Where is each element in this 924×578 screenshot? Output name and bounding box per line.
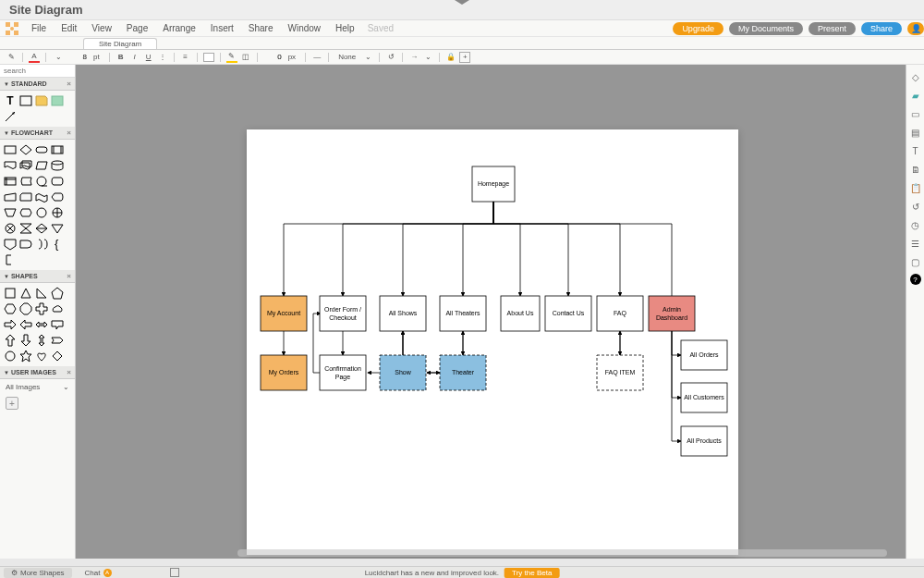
collaborators-icon[interactable]: 👤: [907, 22, 924, 35]
close-icon[interactable]: ×: [67, 129, 71, 137]
help-icon[interactable]: ?: [910, 274, 921, 285]
line-end-caret[interactable]: ⌄: [362, 52, 373, 63]
node-contact-us[interactable]: Contact Us: [545, 296, 591, 331]
clipboard-icon[interactable]: 📋: [909, 181, 922, 194]
tab-sitediagram[interactable]: Site Diagram: [83, 38, 157, 49]
try-beta-button[interactable]: Try the Beta: [505, 568, 559, 578]
menu-help[interactable]: Help: [328, 21, 362, 35]
share-button[interactable]: Share: [861, 22, 902, 35]
fc-prep[interactable]: [19, 206, 32, 219]
callout[interactable]: [51, 318, 64, 331]
page-indicator-icon[interactable]: [170, 568, 179, 577]
swatch-icon[interactable]: ▭: [909, 107, 922, 120]
node-theater[interactable]: Theater: [440, 355, 486, 390]
chat-button[interactable]: Chat A: [85, 569, 112, 577]
fc-decision[interactable]: [19, 143, 32, 156]
menu-window[interactable]: Window: [281, 21, 329, 35]
page-icon[interactable]: 🗎: [909, 163, 922, 176]
text-shape[interactable]: T: [4, 94, 17, 107]
lock-icon[interactable]: 🔒: [445, 52, 456, 63]
fc-rbrace[interactable]: [35, 238, 48, 251]
font-size-input[interactable]: [68, 53, 87, 61]
menu-page[interactable]: Page: [119, 21, 155, 35]
caret-down-icon[interactable]: [455, 0, 469, 5]
add-icon[interactable]: +: [459, 52, 470, 63]
section-flowchart[interactable]: ▼ FLOWCHART×: [0, 127, 75, 140]
fc-note[interactable]: [4, 253, 17, 266]
bold-button[interactable]: B: [116, 52, 127, 63]
arrow-u[interactable]: [4, 334, 17, 347]
cross[interactable]: [35, 302, 48, 315]
pent[interactable]: [51, 287, 64, 300]
arrow-l[interactable]: [19, 318, 32, 331]
menu-arrange[interactable]: Arrange: [155, 21, 203, 35]
font-color-icon[interactable]: A: [29, 52, 40, 63]
fc-card[interactable]: [19, 191, 32, 203]
add-image-button[interactable]: +: [6, 397, 18, 410]
oct[interactable]: [19, 302, 32, 315]
all-images-label[interactable]: All Images: [6, 383, 40, 391]
diamond2[interactable]: [51, 350, 64, 363]
fc-offpage[interactable]: [4, 238, 17, 251]
vdots-icon[interactable]: ⋮: [157, 52, 168, 63]
font-family-select[interactable]: ⌄: [52, 52, 66, 63]
menu-edit[interactable]: Edit: [54, 21, 84, 35]
arrow-r[interactable]: [4, 318, 17, 331]
node-all-shows[interactable]: All Shows: [380, 296, 426, 331]
node-confirmation[interactable]: ConfirmationPage: [320, 355, 366, 390]
heart[interactable]: [35, 350, 48, 363]
nav-diamond-icon[interactable]: ◇: [909, 70, 922, 83]
line-end-select[interactable]: None: [334, 53, 359, 61]
tri[interactable]: [19, 287, 32, 300]
cloud[interactable]: [51, 302, 64, 315]
my-documents-button[interactable]: My Documents: [729, 22, 803, 35]
close-icon[interactable]: ×: [67, 368, 71, 376]
italic-button[interactable]: I: [129, 52, 140, 63]
fc-document[interactable]: [4, 159, 17, 172]
fc-process[interactable]: [4, 143, 17, 156]
fc-seqdata[interactable]: [35, 175, 48, 188]
line-color-icon[interactable]: ✎: [226, 52, 237, 63]
horizontal-scrollbar[interactable]: [237, 549, 887, 557]
note-shape[interactable]: [35, 94, 48, 107]
menu-file[interactable]: File: [24, 21, 54, 35]
fill-color-swatch[interactable]: [203, 53, 214, 62]
theme-icon[interactable]: ▰: [909, 89, 922, 102]
underline-button[interactable]: U: [143, 52, 154, 63]
banner[interactable]: [51, 334, 64, 347]
close-icon[interactable]: ×: [67, 272, 71, 280]
star[interactable]: [19, 350, 32, 363]
upgrade-button[interactable]: Upgrade: [673, 22, 723, 35]
node-all-theaters[interactable]: All Theaters: [440, 296, 486, 331]
fc-papertape[interactable]: [35, 191, 48, 203]
node-all-products[interactable]: All Products: [681, 426, 727, 456]
diagram-svg[interactable]: Homepage My Account Order Form /Checkout…: [247, 129, 738, 555]
fc-collate[interactable]: [19, 222, 32, 235]
rect-shape[interactable]: [19, 94, 32, 107]
fc-connector[interactable]: [35, 206, 48, 219]
node-my-account[interactable]: My Account: [261, 296, 307, 331]
border-style-icon[interactable]: ◫: [240, 52, 251, 63]
layers-icon[interactable]: ▤: [909, 126, 922, 139]
fc-sort[interactable]: [35, 222, 48, 235]
arrow-d[interactable]: [19, 334, 32, 347]
node-my-orders[interactable]: My Orders: [261, 355, 307, 390]
more-shapes-button[interactable]: ⚙ More Shapes: [4, 568, 72, 578]
history-icon[interactable]: ↺: [909, 200, 922, 213]
clock-icon[interactable]: ◷: [909, 218, 922, 231]
server-icon[interactable]: ☰: [909, 237, 922, 250]
arrow-ud[interactable]: [35, 334, 48, 347]
fc-or[interactable]: [51, 206, 64, 219]
fc-sum[interactable]: [4, 222, 17, 235]
node-faq[interactable]: FAQ: [597, 296, 643, 331]
text-icon[interactable]: T: [909, 144, 922, 157]
fc-manualinput[interactable]: [4, 191, 17, 203]
fc-lbrace[interactable]: {: [51, 238, 64, 251]
shape-search-input[interactable]: [0, 65, 75, 78]
sq[interactable]: [4, 287, 17, 300]
fc-merge[interactable]: [51, 222, 64, 235]
hex[interactable]: [4, 302, 17, 315]
line-route-icon[interactable]: ↺: [385, 52, 396, 63]
node-about-us[interactable]: About Us: [501, 296, 540, 331]
fc-terminator[interactable]: [35, 143, 48, 156]
